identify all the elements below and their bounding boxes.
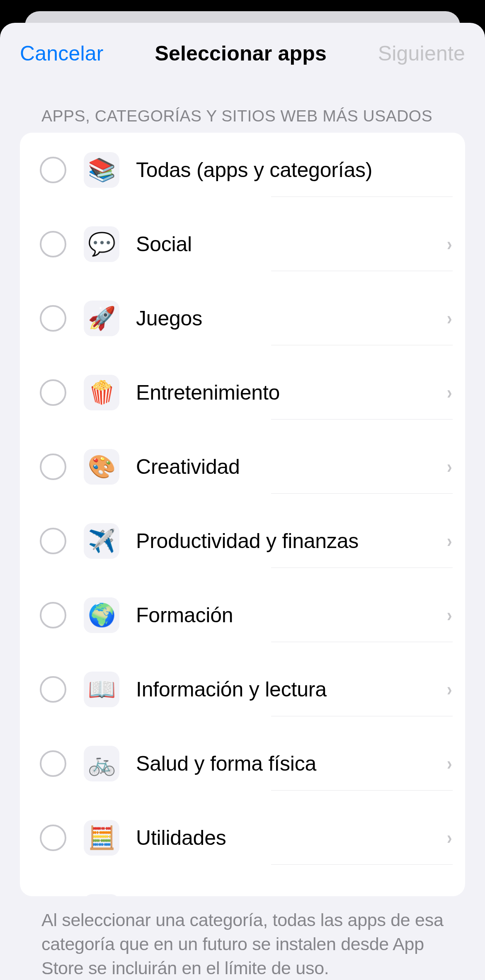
chevron-right-icon: › [447, 605, 452, 626]
chevron-right-icon: › [447, 679, 452, 700]
radio-games[interactable] [40, 305, 66, 332]
category-row-games[interactable]: 🚀Juegos› [20, 281, 465, 355]
entertainment-icon: 🍿 [84, 375, 119, 410]
creativity-icon: 🎨 [84, 449, 119, 485]
navigation-bar: Cancelar Seleccionar apps Siguiente [0, 23, 485, 82]
category-row-all[interactable]: 📚Todas (apps y categorías) [20, 133, 465, 207]
category-row-creativity[interactable]: 🎨Creatividad› [20, 429, 465, 504]
radio-utilities[interactable] [40, 825, 66, 851]
radio-entertainment[interactable] [40, 379, 66, 406]
category-row-productivity[interactable]: ✈️Productividad y finanzas› [20, 504, 465, 578]
section-header: APPS, CATEGORÍAS Y SITIOS WEB MÁS USADOS [0, 82, 485, 133]
category-label: Todas (apps y categorías) [136, 158, 453, 182]
all-icon: 📚 [84, 152, 119, 188]
social-icon: 💬 [84, 226, 119, 262]
category-row-entertainment[interactable]: 🍿Entretenimiento› [20, 355, 465, 429]
cancel-button[interactable]: Cancelar [20, 41, 104, 65]
category-label: Social [136, 232, 438, 256]
category-row-utilities[interactable]: 🧮Utilidades› [20, 800, 465, 875]
category-row-health[interactable]: 🚲Salud y forma física› [20, 726, 465, 800]
games-icon: 🚀 [84, 301, 119, 336]
next-button[interactable]: Siguiente [378, 41, 465, 65]
chevron-right-icon: › [447, 753, 452, 774]
category-label: Salud y forma física [136, 752, 438, 776]
chevron-right-icon: › [447, 308, 452, 329]
category-label: Información y lectura [136, 677, 438, 701]
chevron-right-icon: › [447, 531, 452, 551]
radio-all[interactable] [40, 157, 66, 183]
category-row-education[interactable]: 🌍Formación› [20, 578, 465, 652]
health-icon: 🚲 [84, 746, 119, 781]
page-title: Seleccionar apps [104, 41, 378, 65]
education-icon: 🌍 [84, 597, 119, 633]
reading-icon: 📖 [84, 672, 119, 707]
productivity-icon: ✈️ [84, 523, 119, 559]
category-row-shopping[interactable]: 🛍️Compras y comida› [20, 875, 465, 896]
category-row-social[interactable]: 💬Social› [20, 207, 465, 281]
category-label: Productividad y finanzas [136, 529, 438, 553]
utilities-icon: 🧮 [84, 820, 119, 856]
category-label: Formación [136, 603, 438, 627]
radio-social[interactable] [40, 231, 66, 257]
category-row-reading[interactable]: 📖Información y lectura› [20, 652, 465, 726]
radio-reading[interactable] [40, 676, 66, 703]
radio-health[interactable] [40, 750, 66, 777]
modal-sheet: Cancelar Seleccionar apps Siguiente APPS… [0, 23, 485, 980]
category-label: Utilidades [136, 826, 438, 850]
chevron-right-icon: › [447, 827, 452, 848]
category-label: Juegos [136, 306, 438, 330]
shopping-icon: 🛍️ [84, 894, 119, 896]
chevron-right-icon: › [447, 382, 452, 403]
radio-creativity[interactable] [40, 454, 66, 480]
chevron-right-icon: › [447, 234, 452, 255]
radio-productivity[interactable] [40, 528, 66, 554]
category-label: Creatividad [136, 455, 438, 479]
category-label: Entretenimiento [136, 381, 438, 405]
chevron-right-icon: › [447, 456, 452, 477]
footer-description: Al seleccionar una categoría, todas las … [0, 896, 485, 980]
radio-education[interactable] [40, 602, 66, 628]
category-list: 📚Todas (apps y categorías)💬Social›🚀Juego… [20, 133, 465, 896]
